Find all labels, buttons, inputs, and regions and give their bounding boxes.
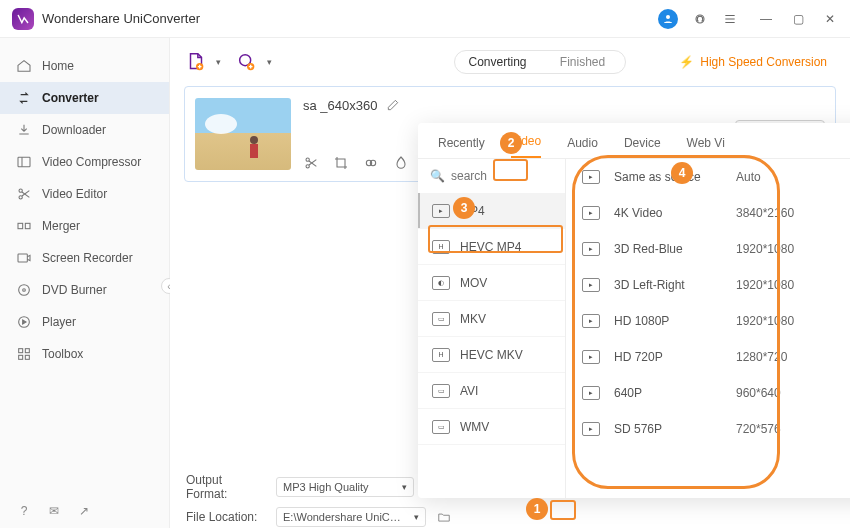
rename-icon[interactable] bbox=[385, 97, 401, 113]
media-icon: ▭ bbox=[432, 312, 450, 326]
effects-icon[interactable] bbox=[363, 155, 379, 171]
search-wrap: 🔍 bbox=[418, 159, 565, 193]
sidebar-item-player[interactable]: Player bbox=[0, 306, 169, 338]
folder-icon[interactable] bbox=[436, 509, 452, 525]
format-item-hevcmp4[interactable]: HHEVC MP4 bbox=[418, 229, 565, 265]
home-icon bbox=[16, 58, 32, 74]
resolution-item[interactable]: ▸4K Video3840*2160 bbox=[566, 195, 850, 231]
video-thumbnail[interactable] bbox=[195, 98, 291, 170]
sidebar-item-converter[interactable]: Converter bbox=[0, 82, 169, 114]
compress-icon bbox=[16, 154, 32, 170]
download-icon bbox=[16, 122, 32, 138]
annotation-badge-2: 2 bbox=[500, 132, 522, 154]
panel-tabs: Recently Video Audio Device Web Vi bbox=[418, 123, 850, 159]
resolution-item[interactable]: ▸3D Red-Blue1920*1080 bbox=[566, 231, 850, 267]
trim-icon[interactable] bbox=[303, 155, 319, 171]
svg-rect-7 bbox=[18, 254, 27, 262]
media-icon: ▸ bbox=[582, 314, 600, 328]
disc-icon bbox=[16, 282, 32, 298]
help-icon[interactable]: ? bbox=[16, 503, 32, 519]
sidebar-item-label: Merger bbox=[42, 219, 80, 233]
format-item-mp4[interactable]: ▸MP4 bbox=[418, 193, 565, 229]
format-item-mov[interactable]: ◐MOV bbox=[418, 265, 565, 301]
sidebar-item-editor[interactable]: Video Editor bbox=[0, 178, 169, 210]
resolution-item[interactable]: ▸Same as sourceAuto bbox=[566, 159, 850, 195]
crop-icon[interactable] bbox=[333, 155, 349, 171]
svg-point-24 bbox=[370, 160, 375, 165]
converter-icon bbox=[16, 90, 32, 106]
svg-point-18 bbox=[205, 114, 237, 134]
sidebar-item-toolbox[interactable]: Toolbox bbox=[0, 338, 169, 370]
merge-icon bbox=[16, 218, 32, 234]
search-icon: 🔍 bbox=[430, 169, 445, 183]
sidebar-item-home[interactable]: Home bbox=[0, 50, 169, 82]
sidebar-item-label: Downloader bbox=[42, 123, 106, 137]
svg-rect-14 bbox=[25, 355, 29, 359]
tab-device[interactable]: Device bbox=[624, 136, 661, 158]
app-logo bbox=[12, 8, 34, 30]
file-location-label: File Location: bbox=[186, 510, 266, 524]
resolution-list: ▸Same as sourceAuto ▸4K Video3840*2160 ▸… bbox=[566, 159, 850, 498]
titlebar: Wondershare UniConverter — ▢ ✕ bbox=[0, 0, 850, 38]
hamburger-icon[interactable] bbox=[722, 11, 738, 27]
media-icon: ▭ bbox=[432, 384, 450, 398]
sidebar: Home Converter Downloader Video Compress… bbox=[0, 38, 170, 528]
sidebar-item-recorder[interactable]: Screen Recorder bbox=[0, 242, 169, 274]
sidebar-item-compressor[interactable]: Video Compressor bbox=[0, 146, 169, 178]
toolbar: ▾ ▾ Converting Finished ⚡High Speed Conv… bbox=[170, 38, 850, 86]
avatar[interactable] bbox=[658, 9, 678, 29]
svg-point-8 bbox=[19, 285, 30, 296]
high-speed-toggle[interactable]: ⚡High Speed Conversion bbox=[668, 50, 838, 74]
feedback-icon[interactable]: ✉ bbox=[46, 503, 62, 519]
sidebar-item-merger[interactable]: Merger bbox=[0, 210, 169, 242]
format-item-wmv[interactable]: ▭WMV bbox=[418, 409, 565, 445]
sidebar-item-dvd[interactable]: DVD Burner bbox=[0, 274, 169, 306]
svg-point-4 bbox=[19, 196, 22, 199]
tab-converting[interactable]: Converting bbox=[455, 51, 540, 73]
grid-icon bbox=[16, 346, 32, 362]
record-icon bbox=[16, 250, 32, 266]
format-item-mkv[interactable]: ▭MKV bbox=[418, 301, 565, 337]
content: ▾ ▾ Converting Finished ⚡High Speed Conv… bbox=[170, 38, 850, 528]
svg-rect-12 bbox=[25, 349, 29, 353]
media-icon: ▸ bbox=[582, 386, 600, 400]
tab-webvideo[interactable]: Web Vi bbox=[687, 136, 725, 158]
tab-audio[interactable]: Audio bbox=[567, 136, 598, 158]
share-icon[interactable]: ↗ bbox=[76, 503, 92, 519]
minimize-button[interactable]: — bbox=[758, 11, 774, 27]
resolution-item[interactable]: ▸HD 1080P1920*1080 bbox=[566, 303, 850, 339]
output-format-select[interactable]: MP3 High Quality▾ bbox=[276, 477, 414, 497]
search-input[interactable] bbox=[451, 169, 541, 183]
resolution-item[interactable]: ▸640P960*640 bbox=[566, 375, 850, 411]
media-icon: ▸ bbox=[582, 170, 600, 184]
tab-recently[interactable]: Recently bbox=[438, 136, 485, 158]
chevron-down-icon[interactable]: ▾ bbox=[216, 57, 221, 67]
format-panel: Recently Video Audio Device Web Vi 🔍 ▸MP… bbox=[418, 123, 850, 498]
format-item-hevcmkv[interactable]: HHEVC MKV bbox=[418, 337, 565, 373]
watermark-icon[interactable] bbox=[393, 155, 409, 171]
svg-point-19 bbox=[250, 136, 258, 144]
segmented: Converting Finished bbox=[454, 50, 626, 74]
add-file-button[interactable] bbox=[182, 48, 210, 76]
media-icon: H bbox=[432, 240, 450, 254]
maximize-button[interactable]: ▢ bbox=[790, 11, 806, 27]
media-icon: ▸ bbox=[432, 204, 450, 218]
media-icon: ▸ bbox=[582, 206, 600, 220]
add-url-button[interactable] bbox=[233, 48, 261, 76]
support-icon[interactable] bbox=[692, 11, 708, 27]
sidebar-item-label: Video Compressor bbox=[42, 155, 141, 169]
svg-rect-13 bbox=[19, 355, 23, 359]
play-icon bbox=[16, 314, 32, 330]
sidebar-item-label: Video Editor bbox=[42, 187, 107, 201]
file-location-select[interactable]: E:\Wondershare UniConverter▾ bbox=[276, 507, 426, 527]
sidebar-item-downloader[interactable]: Downloader bbox=[0, 114, 169, 146]
format-item-avi[interactable]: ▭AVI bbox=[418, 373, 565, 409]
sidebar-item-label: Screen Recorder bbox=[42, 251, 133, 265]
resolution-item[interactable]: ▸SD 576P720*576 bbox=[566, 411, 850, 447]
tab-finished[interactable]: Finished bbox=[540, 51, 625, 73]
chevron-down-icon[interactable]: ▾ bbox=[267, 57, 272, 67]
file-name: sa _640x360 bbox=[303, 98, 377, 113]
resolution-item[interactable]: ▸3D Left-Right1920*1080 bbox=[566, 267, 850, 303]
resolution-item[interactable]: ▸HD 720P1280*720 bbox=[566, 339, 850, 375]
close-button[interactable]: ✕ bbox=[822, 11, 838, 27]
